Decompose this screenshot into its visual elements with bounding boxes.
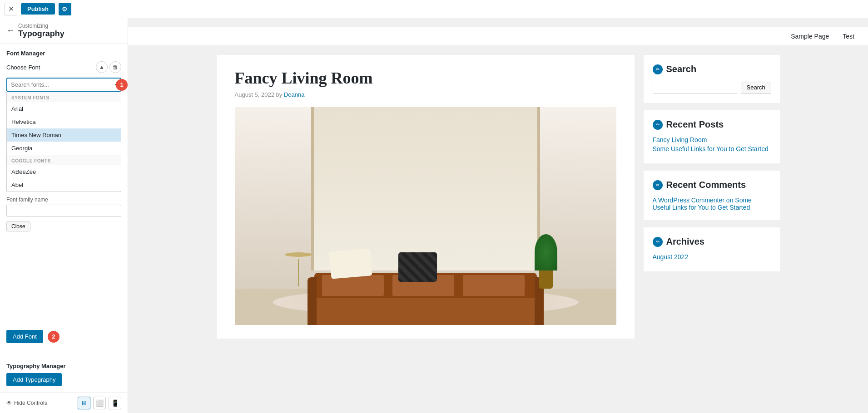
archives-icon: ✏ xyxy=(653,237,663,247)
font-up-button[interactable]: ▲ xyxy=(96,61,108,73)
choose-font-row: Choose Font ▲ 🗑 xyxy=(6,61,121,73)
search-widget-title: Search xyxy=(666,64,697,74)
recent-posts-icon: ✏ xyxy=(653,120,663,130)
recent-posts-widget: ✏ Recent Posts Fancy Living Room Some Us… xyxy=(644,110,780,163)
nav-test[interactable]: Test xyxy=(843,33,854,40)
font-item-arial[interactable]: Arial xyxy=(7,102,121,115)
font-item-abeezee[interactable]: ABeeZee xyxy=(7,165,121,178)
eye-icon: 👁 xyxy=(6,400,12,406)
system-fonts-label: SYSTEM FONTS xyxy=(7,92,121,102)
page-title: Typography xyxy=(18,29,64,39)
top-bar: ✕ Publish ⚙ xyxy=(0,0,868,18)
commenter-link[interactable]: A WordPress Commenter xyxy=(653,197,724,204)
choose-font-label: Choose Font xyxy=(6,64,40,71)
google-fonts-label: GOOGLE FONTS xyxy=(7,155,121,165)
article-date: August 5, 2022 by xyxy=(235,91,283,98)
preview-area: Sample Page Test Fancy Living Room Augus… xyxy=(128,18,868,413)
font-delete-button[interactable]: 🗑 xyxy=(109,61,121,73)
view-controls: 🖥 ⬜ 📱 xyxy=(78,397,121,409)
hide-controls-label: Hide Controls xyxy=(14,400,47,406)
publish-button[interactable]: Publish xyxy=(21,3,55,15)
tablet-view-button[interactable]: ⬜ xyxy=(93,397,106,409)
step-badge-2: 2 xyxy=(48,331,60,343)
add-font-row: Add Font 2 xyxy=(0,330,128,349)
desktop-view-button[interactable]: 🖥 xyxy=(78,397,90,409)
recent-comments-widget: ✏ Recent Comments A WordPress Commenter … xyxy=(644,171,780,220)
font-controls: ▲ 🗑 xyxy=(96,61,121,73)
font-item-abel[interactable]: Abel xyxy=(7,178,121,192)
article-meta: August 5, 2022 by Deanna xyxy=(235,91,616,98)
gear-button[interactable]: ⚙ xyxy=(59,3,71,15)
recent-post-2[interactable]: Some Useful Links for You to Get Started xyxy=(653,145,771,152)
preview-article: Fancy Living Room August 5, 2022 by Dean… xyxy=(217,55,635,339)
recent-comments-header: ✏ Recent Comments xyxy=(653,180,771,190)
typography-manager-label: Typography Manager xyxy=(6,363,121,369)
preview-nav: Sample Page Test xyxy=(128,27,868,46)
search-widget-button[interactable]: Search xyxy=(741,81,771,94)
search-widget-row: Search xyxy=(653,81,771,94)
recent-post-1[interactable]: Fancy Living Room xyxy=(653,136,771,143)
font-item-georgia[interactable]: Georgia xyxy=(7,142,121,155)
preview-sidebar: ✏ Search Search ✏ Recent Posts Fancy Liv… xyxy=(644,55,780,339)
sidebar-bottom: 👁 Hide Controls 🖥 ⬜ 📱 xyxy=(0,393,128,413)
back-button[interactable]: ← xyxy=(6,26,15,35)
font-family-input[interactable] xyxy=(6,205,121,217)
archives-widget: ✏ Archives August 2022 xyxy=(644,227,780,271)
search-widget-header: ✏ Search xyxy=(653,64,771,74)
close-small-button[interactable]: Close xyxy=(6,221,30,231)
divider xyxy=(0,356,128,356)
search-fonts-input[interactable] xyxy=(6,78,121,92)
couch-scene xyxy=(235,107,616,325)
nav-sample-page[interactable]: Sample Page xyxy=(791,33,829,40)
sidebar-header: ← Customizing Typography xyxy=(0,18,128,44)
font-item-helvetica[interactable]: Helvetica xyxy=(7,115,121,128)
breadcrumb: Customizing xyxy=(18,23,64,29)
add-typography-button[interactable]: Add Typography xyxy=(6,373,62,386)
article-author-link[interactable]: Deanna xyxy=(284,91,305,98)
recent-posts-header: ✏ Recent Posts xyxy=(653,119,771,130)
recent-comment-text: A WordPress Commenter on Some Useful Lin… xyxy=(653,197,771,211)
font-item-times[interactable]: Times New Roman xyxy=(7,128,121,142)
search-input-wrapper: ▾ xyxy=(6,78,121,92)
hide-controls-button[interactable]: 👁 Hide Controls xyxy=(6,400,47,406)
mobile-view-button[interactable]: 📱 xyxy=(109,397,121,409)
search-widget-icon: ✏ xyxy=(653,64,663,74)
article-title: Fancy Living Room xyxy=(235,69,616,88)
add-font-button[interactable]: Add Font xyxy=(6,330,43,343)
archives-header: ✏ Archives xyxy=(653,236,771,247)
typography-manager-section: Typography Manager Add Typography xyxy=(0,363,128,393)
sidebar: ← Customizing Typography Font Manager Ch… xyxy=(0,18,128,413)
sidebar-content: Font Manager Choose Font ▲ 🗑 ▾ 1 SYSTEM … xyxy=(0,44,128,330)
preview-main: Fancy Living Room August 5, 2022 by Dean… xyxy=(217,55,635,339)
search-widget: ✏ Search Search xyxy=(644,55,780,103)
font-dropdown: SYSTEM FONTS Arial Helvetica Times New R… xyxy=(6,92,121,192)
search-widget-input[interactable] xyxy=(653,81,737,94)
archive-link-1[interactable]: August 2022 xyxy=(653,253,771,261)
font-family-label: Font family name xyxy=(6,197,121,203)
preview-wrapper: Fancy Living Room August 5, 2022 by Dean… xyxy=(203,55,794,339)
archives-title: Archives xyxy=(666,236,705,247)
close-button[interactable]: ✕ xyxy=(5,3,17,15)
main-layout: ← Customizing Typography Font Manager Ch… xyxy=(0,18,868,413)
font-manager-label: Font Manager xyxy=(6,50,121,57)
recent-comments-icon: ✏ xyxy=(653,180,663,190)
step-badge-1: 1 xyxy=(116,79,128,91)
article-image xyxy=(235,107,616,325)
recent-posts-title: Recent Posts xyxy=(666,119,724,130)
recent-comments-title: Recent Comments xyxy=(666,180,746,190)
search-fonts-container: ▾ 1 xyxy=(6,78,121,92)
